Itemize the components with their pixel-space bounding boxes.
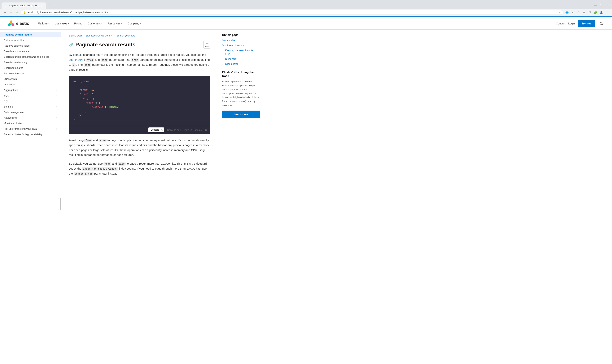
bookmark-icon: ☆ (559, 11, 561, 14)
browser-toolbar: ← → ⟳ 🔒 elastic.co/guide/en/elasticsearc… (0, 9, 612, 16)
browser-toolbar-icons: 🌐 ↗ ☆ ⧉ 🛡 🧩 👤 ⋮ (564, 10, 610, 15)
sidebar-item-search-across-clusters[interactable]: Search across clusters (0, 49, 61, 54)
share-icon[interactable]: ↗ (570, 10, 575, 15)
page-title-row: 🔗 Paginate search results ✏ edit (69, 41, 210, 49)
sidebar-item-query-dsl[interactable]: Query DSL › (0, 82, 61, 87)
lock-icon: 🔒 (23, 11, 26, 14)
limit-size-code: size (118, 162, 126, 166)
sidebar-item-roll-up-transform[interactable]: Roll up or transform your data › (0, 126, 61, 131)
limit-paragraph: By default, you cannot use from and size… (69, 161, 210, 176)
sidebar-item-monitor-cluster[interactable]: Monitor a cluster › (0, 120, 61, 126)
extensions-icon[interactable]: 🧩 (593, 10, 598, 15)
reload-button[interactable]: ⟳ (14, 10, 20, 15)
page-layout: Paginate search results Retrieve inner h… (0, 30, 612, 364)
sidebar-item-autoscaling[interactable]: Autoscaling › (0, 115, 61, 120)
favorites-icon[interactable]: ☆ (576, 10, 581, 15)
sidebar-item-data-management[interactable]: Data management › (0, 109, 61, 115)
main-content: Elastic Docs › Elasticsearch Guide [8.4]… (61, 30, 218, 364)
search-icon (599, 22, 603, 26)
site-logo[interactable]: elastic (8, 20, 29, 27)
tab-close-button[interactable]: ✕ (41, 4, 43, 7)
view-in-console-button[interactable]: View in Console (184, 129, 202, 131)
size-param: size (101, 58, 109, 62)
browser-chrome: C Paginate search results | Elasti... ✕ … (0, 0, 612, 16)
sidebar-item-retrieve-selected-fields[interactable]: Retrieve selected fields (0, 43, 61, 49)
chevron-right-icon: › (56, 122, 57, 125)
limit-from-code: from (103, 162, 111, 166)
nav-customers[interactable]: Customers ▾ (85, 20, 105, 26)
search-button[interactable] (598, 20, 604, 26)
nav-company[interactable]: Company ▾ (125, 20, 143, 26)
elasticon-card: ElasticON Is Hitting the Road Brilliant … (222, 70, 260, 118)
shield-icon[interactable]: 🛡 (587, 10, 593, 15)
sidebar-item-sql[interactable]: SQL › (0, 98, 61, 104)
code-content: GET /_search { "from": 5, "size": 20, "q… (73, 80, 206, 122)
search-api-link[interactable]: search API (69, 58, 83, 61)
copy-as-curl-button[interactable]: Copy as curl (167, 129, 181, 131)
chevron-right-icon: › (56, 100, 57, 103)
on-this-page-title: On this page (222, 33, 260, 37)
settings-icon[interactable]: ⚙ (205, 128, 207, 131)
nav-platform[interactable]: Platform ▾ (35, 20, 52, 26)
close-window-button[interactable]: ✕ (605, 3, 611, 8)
sidebar-item-aggregations[interactable]: Aggregations › (0, 87, 61, 93)
sidebar-item-search-templates[interactable]: Search templates (0, 65, 61, 71)
nav-resources[interactable]: Resources ▾ (105, 20, 125, 26)
sidebar-item-scripting[interactable]: Scripting › (0, 104, 61, 109)
edit-button[interactable]: ✏ edit (204, 41, 210, 49)
address-bar[interactable]: 🔒 elastic.co/guide/en/elasticsearch/refe… (21, 10, 563, 15)
sidebar-item-paginate-search[interactable]: Paginate search results (0, 32, 61, 38)
sidebar-item-search-multiple-data-streams[interactable]: Search multiple data streams and indices (0, 54, 61, 60)
chevron-right-icon: › (56, 111, 57, 114)
on-this-page-section: On this page Search after Scroll search … (222, 33, 260, 66)
chevron-down-icon: ▾ (121, 22, 122, 25)
from-param: from (86, 58, 94, 62)
on-this-page-link-sliced-scroll[interactable]: Sliced scroll (225, 62, 260, 66)
on-this-page-link-clear-scroll[interactable]: Clear scroll (225, 57, 260, 61)
sidebar-item-knn-search[interactable]: kNN search (0, 76, 61, 82)
translate-icon[interactable]: 🌐 (564, 10, 570, 15)
nav-pricing[interactable]: Pricing (72, 20, 85, 26)
forward-button[interactable]: → (8, 10, 14, 15)
learn-more-button[interactable]: Learn more (222, 111, 260, 118)
browser-tabs: C Paginate search results | Elasti... ✕ … (0, 0, 612, 9)
sidebar-item-retrieve-inner-hits[interactable]: Retrieve inner hits (0, 38, 61, 43)
chevron-right-icon: › (56, 94, 57, 97)
chevron-down-icon: ▾ (68, 22, 69, 25)
menu-icon[interactable]: ⋮ (604, 10, 610, 15)
sidebar-item-set-up-cluster[interactable]: Set up a cluster for high availability › (0, 131, 61, 137)
pencil-icon: ✏ (206, 42, 208, 45)
sidebar-item-eql[interactable]: EQL › (0, 93, 61, 98)
on-this-page-link-keeping-context[interactable]: Keeping the search context alive (225, 49, 260, 56)
warning-paragraph: Avoid using from and size to page too de… (69, 138, 210, 157)
try-free-button[interactable]: Try free (578, 20, 595, 27)
on-this-page-link-search-after[interactable]: Search after (222, 39, 260, 42)
nav-use-cases[interactable]: Use cases ▾ (52, 20, 71, 26)
page-anchor-link[interactable]: 🔗 (69, 43, 73, 47)
new-tab-button[interactable]: + (46, 1, 51, 9)
minimize-button[interactable]: — (593, 3, 598, 8)
login-button[interactable]: Login (568, 22, 575, 25)
search-after-link[interactable]: search_after (74, 172, 94, 175)
intro-paragraph: By default, searches return the top 10 m… (69, 52, 210, 72)
active-tab[interactable]: C Paginate search results | Elasti... ✕ (1, 2, 46, 9)
back-button[interactable]: ← (2, 10, 8, 15)
from-param-2: from (131, 58, 139, 62)
url-text: elastic.co/guide/en/elasticsearch/refere… (28, 11, 557, 14)
warning-from-code: from (84, 139, 92, 142)
breadcrumb-search-your-data[interactable]: Search your data (116, 34, 135, 37)
code-block-body: GET /_search { "from": 5, "size": 20, "q… (69, 76, 210, 126)
chevron-right-icon: › (56, 133, 57, 136)
contact-button[interactable]: Contact (556, 22, 565, 25)
console-select[interactable]: Console (148, 127, 164, 132)
on-this-page-link-scroll-search[interactable]: Scroll search results (222, 44, 260, 47)
zero-value: 0 (72, 63, 76, 67)
profile-icon[interactable]: 👤 (598, 10, 604, 15)
breadcrumb-elastic-docs[interactable]: Elastic Docs (69, 34, 83, 37)
maximize-button[interactable]: ⬜ (599, 3, 604, 8)
sidebar-item-search-shard-routing[interactable]: Search shard routing (0, 60, 61, 65)
index-max-result-window-link[interactable]: index.max_result_window (82, 167, 118, 170)
breadcrumb-elasticsearch-guide[interactable]: Elasticsearch Guide [8.4] (86, 34, 113, 37)
collections-icon[interactable]: ⧉ (581, 10, 587, 15)
sidebar-item-sort-search-results[interactable]: Sort search results (0, 71, 61, 76)
